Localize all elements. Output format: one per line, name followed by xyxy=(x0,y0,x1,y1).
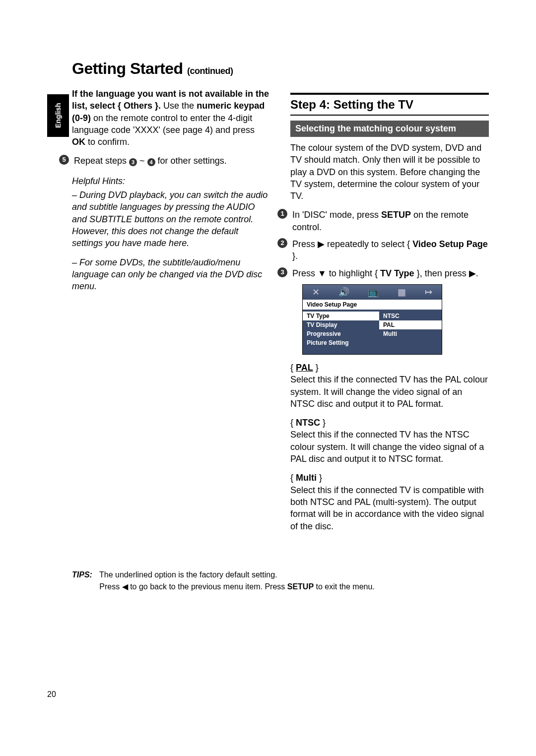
menu-left-list: TV Type TV Display Progressive Picture S… xyxy=(303,310,379,354)
left-column: If the language you want is not availabl… xyxy=(72,88,270,539)
sub-heading: Selecting the matching colour system xyxy=(290,121,489,137)
others-body-2: on the remote control to enter the 4-dig… xyxy=(72,113,255,135)
page-number: 20 xyxy=(47,690,56,699)
menu-right-list: NTSC PAL Multi xyxy=(379,310,442,354)
pal-body: Select this if the connected TV has the … xyxy=(290,375,488,409)
ntsc-block: { NTSC } Select this if the connected TV… xyxy=(290,417,489,465)
menu-screenshot: ✕ 🔊 📺 ▦ ↦ Video Setup Page TV Type TV Di… xyxy=(302,284,442,355)
tv-icon: 📺 xyxy=(368,287,379,298)
menu-item-tv-type: TV Type xyxy=(303,312,379,320)
exit-icon: ↦ xyxy=(425,287,432,298)
ok-bold: OK xyxy=(72,137,85,147)
step4-title: Step 4: Setting the TV xyxy=(290,93,489,116)
step5-pre: Repeat steps xyxy=(74,156,129,166)
step-5: 5 Repeat steps 3 ~ 4 for other settings. xyxy=(59,155,270,167)
pal-label: PAL xyxy=(296,363,313,373)
step-3: 3 Press ▼ to highlight { TV Type }, then… xyxy=(277,267,489,279)
step-bullet-1: 1 xyxy=(277,209,287,219)
tips-line2-mid: to go back to the previous menu item. Pr… xyxy=(128,582,287,591)
menu-option-pal: PAL xyxy=(379,320,442,329)
step-ref-3: 3 xyxy=(129,158,137,166)
right-arrow-icon-2: ▶ xyxy=(469,268,476,278)
menu-icon-row: ✕ 🔊 📺 ▦ ↦ xyxy=(303,285,442,300)
s2-pre: Press xyxy=(292,239,318,249)
title-continued: (continued) xyxy=(187,66,233,76)
step-2: 2 Press ▶ repeatedly to select { Video S… xyxy=(277,238,489,262)
s3-post: . xyxy=(476,268,478,278)
menu-item-picture-setting: Picture Setting xyxy=(303,338,379,347)
others-paragraph: If the language you want is not availabl… xyxy=(72,88,270,148)
tips-section: TIPS: The underlined option is the facto… xyxy=(72,569,489,593)
right-arrow-icon: ▶ xyxy=(318,239,325,249)
others-body-3: to confirm. xyxy=(85,137,130,147)
hint-2: – For some DVDs, the subtitle/audio/menu… xyxy=(72,256,270,293)
tips-label: TIPS: xyxy=(72,570,92,579)
tools-icon: ✕ xyxy=(312,287,320,298)
step5-mid: ~ xyxy=(137,156,147,166)
left-arrow-icon: ◀ xyxy=(122,582,128,591)
menu-item-tv-display: TV Display xyxy=(303,320,379,329)
step-ref-4: 4 xyxy=(147,158,155,166)
step-1: 1 In 'DISC' mode, press SETUP on the rem… xyxy=(277,209,489,233)
page-title: Getting Started (continued) xyxy=(72,60,489,78)
menu-option-ntsc: NTSC xyxy=(379,312,442,320)
tips-line2-bold: SETUP xyxy=(287,582,314,591)
multi-body: Select this if the connected TV is compa… xyxy=(290,485,484,531)
right-column: Step 4: Setting the TV Selecting the mat… xyxy=(290,88,489,539)
others-body-1: Use the xyxy=(163,101,197,111)
ntsc-body: Select this if the connected TV has the … xyxy=(290,430,484,464)
down-arrow-icon: ▼ xyxy=(318,268,327,278)
step-bullet-5: 5 xyxy=(59,155,69,165)
step5-post: for other settings. xyxy=(155,156,227,166)
title-main: Getting Started xyxy=(72,60,183,77)
pal-block: { PAL } Select this if the connected TV … xyxy=(290,362,489,410)
intro-paragraph: The colour system of the DVD system, DVD… xyxy=(290,142,489,202)
hints-label: Helpful Hints: xyxy=(72,175,270,187)
s3-bold: TV Type xyxy=(380,268,414,278)
menu-option-multi: Multi xyxy=(379,329,442,338)
grid-icon: ▦ xyxy=(398,287,406,298)
tips-line2-post: to exit the menu. xyxy=(314,582,375,591)
s2-mid: repeatedly to select { xyxy=(325,239,412,249)
s1-bold: SETUP xyxy=(381,210,411,220)
tips-line2-pre: Press xyxy=(99,582,122,591)
s2-bold: Video Setup Page xyxy=(412,239,488,249)
s1-pre: In 'DISC' mode, press xyxy=(292,210,381,220)
s3-mid2: }, then press xyxy=(414,268,469,278)
menu-item-progressive: Progressive xyxy=(303,329,379,338)
s3-mid1: to highlight { xyxy=(327,268,380,278)
s2-post: }. xyxy=(292,251,298,261)
multi-block: { Multi } Select this if the connected T… xyxy=(290,472,489,532)
ntsc-label: NTSC xyxy=(296,418,320,428)
tips-line-1: The underlined option is the factory def… xyxy=(99,570,277,579)
s3-pre: Press xyxy=(292,268,318,278)
hint-1: – During DVD playback, you can switch th… xyxy=(72,189,270,249)
step-bullet-2: 2 xyxy=(277,238,287,248)
speaker-icon: 🔊 xyxy=(338,287,349,298)
language-tab: English xyxy=(47,94,69,137)
step-bullet-3: 3 xyxy=(277,267,287,277)
multi-label: Multi xyxy=(296,473,317,483)
menu-page-label: Video Setup Page xyxy=(303,300,442,310)
